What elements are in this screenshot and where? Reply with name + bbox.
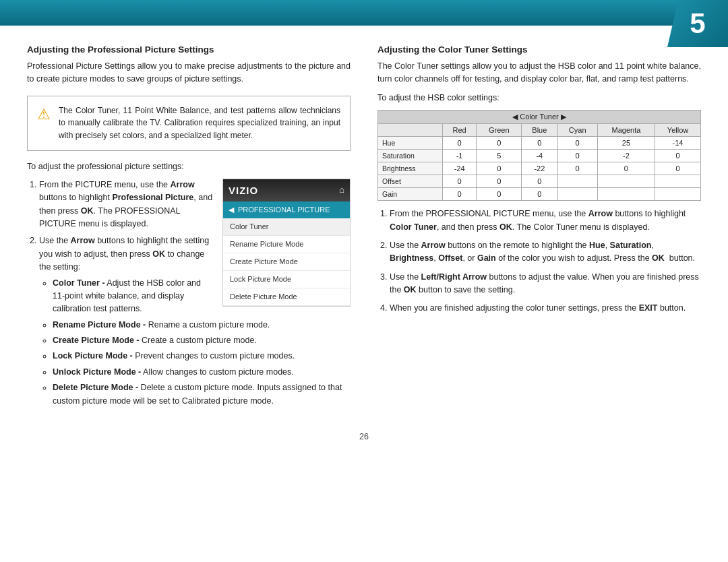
steps-list: VIZIO ⌂ ◀ PROFESSIONAL PICTURE Color Tun… — [27, 179, 351, 408]
hue-magenta: 25 — [597, 137, 655, 150]
bullet-2: Create Picture Mode - Create a custom pi… — [53, 334, 351, 347]
table-header-row: Red Green Blue Cyan Magenta Yellow — [378, 124, 701, 137]
footer-page-number: 26 — [359, 432, 369, 441]
table-forward-arrow: ▶ — [561, 113, 566, 121]
right-intro-para: The Color Tuner settings allow you to ad… — [377, 60, 701, 86]
left-column: Adjusting the Professional Picture Setti… — [27, 44, 351, 412]
col-header-magenta: Magenta — [597, 124, 655, 137]
menu-sub-header-label: PROFESSIONAL PICTURE — [238, 204, 330, 216]
right-step-2: Use the Arrow buttons on the remote to h… — [390, 239, 701, 266]
gain-yellow — [655, 188, 701, 201]
col-header-red: Red — [442, 124, 477, 137]
sat-magenta: -2 — [597, 150, 655, 162]
table-row-brightness: Brightness -24 0 -22 0 0 0 — [378, 162, 701, 175]
right-section-title: Adjusting the Color Tuner Settings — [377, 44, 701, 55]
hue-cyan: 0 — [557, 137, 597, 150]
gain-red: 0 — [442, 188, 477, 201]
vizio-logo: VIZIO — [229, 183, 258, 198]
gain-magenta — [597, 188, 655, 201]
sat-yellow: 0 — [655, 150, 701, 162]
menu-header: VIZIO ⌂ — [223, 179, 350, 201]
row-label-gain: Gain — [378, 188, 443, 201]
bullet-4: Unlock Picture Mode - Allow changes to c… — [53, 366, 351, 379]
right-step-3: Use the Left/Right Arrow buttons to adju… — [390, 271, 701, 297]
table-title-row: ◀ Color Tuner ▶ — [378, 111, 701, 124]
off-red: 0 — [442, 175, 477, 188]
left-section-title: Adjusting the Professional Picture Setti… — [27, 44, 351, 55]
home-icon: ⌂ — [339, 183, 344, 197]
right-step-4: When you are finished adjusting the colo… — [390, 302, 701, 315]
table-row-gain: Gain 0 0 0 — [378, 188, 701, 201]
menu-item-3[interactable]: Lock Picture Mode — [223, 271, 350, 288]
row-label-saturation: Saturation — [378, 150, 443, 162]
sat-green: 5 — [477, 150, 522, 162]
col-header-green: Green — [477, 124, 522, 137]
table-title: ◀ Color Tuner ▶ — [378, 111, 701, 124]
row-label-hue: Hue — [378, 137, 443, 150]
menu-item-0[interactable]: Color Tuner — [223, 218, 350, 236]
off-green: 0 — [477, 175, 522, 188]
off-blue: 0 — [522, 175, 558, 188]
menu-back-arrow: ◀ — [229, 204, 234, 216]
bullet-1: Rename Picture Mode - Rename a custom pi… — [53, 319, 351, 332]
col-header-cyan: Cyan — [557, 124, 597, 137]
sat-blue: -4 — [522, 150, 558, 162]
main-content: Adjusting the Professional Picture Setti… — [0, 26, 728, 425]
hue-green: 0 — [477, 137, 522, 150]
bri-red: -24 — [442, 162, 477, 175]
right-column: Adjusting the Color Tuner Settings The C… — [377, 44, 701, 412]
hue-blue: 0 — [522, 137, 558, 150]
page-footer: 26 — [0, 425, 728, 447]
right-steps-list: From the PROFESSIONAL PICTURE menu, use … — [377, 208, 701, 315]
menu-image: VIZIO ⌂ ◀ PROFESSIONAL PICTURE Color Tun… — [222, 179, 351, 307]
warning-text: The Color Tuner, 11 Point White Balance,… — [59, 104, 340, 142]
color-tuner-table: ◀ Color Tuner ▶ Red Green Blue Cyan Mage… — [377, 110, 701, 201]
left-intro-para: Professional Picture Settings allow you … — [27, 60, 351, 86]
bullet-5: Delete Picture Mode - Delete a custom pi… — [53, 381, 351, 408]
warning-box: ⚠ The Color Tuner, 11 Point White Balanc… — [27, 96, 351, 151]
off-magenta — [597, 175, 655, 188]
gain-blue: 0 — [522, 188, 558, 201]
col-header-blue: Blue — [522, 124, 558, 137]
bri-cyan: 0 — [557, 162, 597, 175]
menu-item-1[interactable]: Rename Picture Mode — [223, 236, 350, 253]
off-cyan — [557, 175, 597, 188]
off-yellow — [655, 175, 701, 188]
bri-blue: -22 — [522, 162, 558, 175]
table-row-saturation: Saturation -1 5 -4 0 -2 0 — [378, 150, 701, 162]
gain-green: 0 — [477, 188, 522, 201]
bri-yellow: 0 — [655, 162, 701, 175]
bri-magenta: 0 — [597, 162, 655, 175]
page-number-badge: 5 — [667, 0, 728, 47]
top-bar: 5 — [0, 0, 728, 26]
step1-text: From the PICTURE menu, use the Arrow but… — [39, 180, 212, 228]
hue-yellow: -14 — [655, 137, 701, 150]
table-row-hue: Hue 0 0 0 0 25 -14 — [378, 137, 701, 150]
menu-item-4[interactable]: Delete Picture Mode — [223, 288, 350, 306]
col-header-yellow: Yellow — [655, 124, 701, 137]
row-label-brightness: Brightness — [378, 162, 443, 175]
gain-cyan — [557, 188, 597, 201]
row-label-offset: Offset — [378, 175, 443, 188]
sat-red: -1 — [442, 150, 477, 162]
bullet-3: Lock Picture Mode - Prevent changes to c… — [53, 350, 351, 363]
step-1: VIZIO ⌂ ◀ PROFESSIONAL PICTURE Color Tun… — [39, 179, 351, 231]
warning-icon: ⚠ — [37, 106, 51, 142]
hue-red: 0 — [442, 137, 477, 150]
right-step-1: From the PROFESSIONAL PICTURE menu, use … — [390, 208, 701, 234]
menu-sub-header: ◀ PROFESSIONAL PICTURE — [223, 201, 350, 218]
menu-item-2[interactable]: Create Picture Mode — [223, 253, 350, 271]
table-title-text: Color Tuner — [520, 113, 558, 121]
bri-green: 0 — [477, 162, 522, 175]
table-row-offset: Offset 0 0 0 — [378, 175, 701, 188]
adjust-hsb: To adjust the HSB color settings: — [377, 92, 701, 104]
col-header-label — [378, 124, 443, 137]
sat-cyan: 0 — [557, 150, 597, 162]
adjust-intro: To adjust the professional picture setti… — [27, 160, 351, 173]
table-back-arrow: ◀ — [512, 113, 518, 121]
step2-text: Use the Arrow buttons to highlight the s… — [39, 236, 209, 272]
